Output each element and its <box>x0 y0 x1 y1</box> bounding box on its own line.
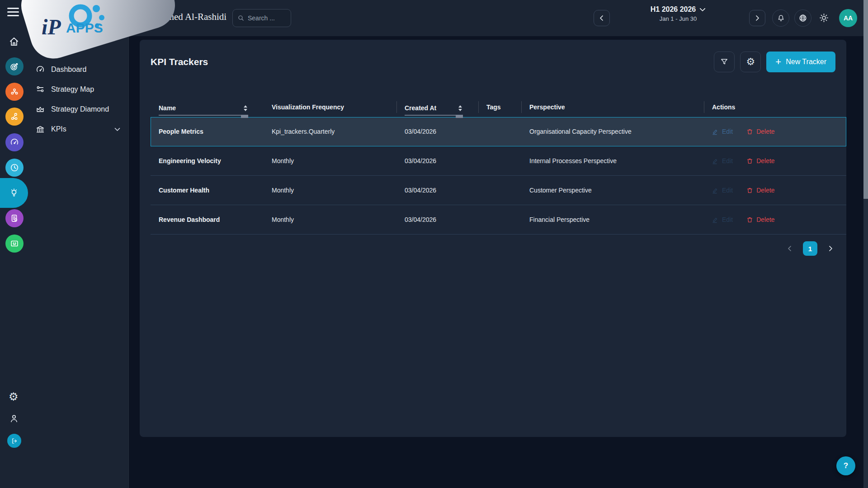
edit-button[interactable]: Edit <box>712 216 733 223</box>
row-perspective: Internal Processes Perspective <box>521 157 704 164</box>
home-icon[interactable] <box>8 36 20 47</box>
table-row[interactable]: People Metrics Kpi_trackers.Quarterly 03… <box>151 117 846 146</box>
period-label: H1 2026 2026 <box>651 5 696 14</box>
period-prev-button[interactable] <box>594 10 610 26</box>
trash-icon <box>746 128 753 135</box>
sidebar-item-label: Strategy Diamond <box>51 105 109 113</box>
edit-button[interactable]: Edit <box>712 187 733 194</box>
rail-team-icon[interactable] <box>5 83 24 101</box>
column-header-tags: Tags <box>478 97 521 117</box>
pagination-next-icon[interactable] <box>827 245 834 252</box>
row-created-at: 03/04/2026 <box>396 187 478 194</box>
profile-icon[interactable] <box>9 413 19 424</box>
rail-kpis-active-icon[interactable] <box>0 178 28 208</box>
row-frequency: Monthly <box>264 187 396 194</box>
bank-icon <box>35 124 45 134</box>
rail-goals-icon[interactable] <box>5 57 24 75</box>
rail-scorecard-icon[interactable] <box>5 235 24 253</box>
search-icon <box>237 14 245 22</box>
column-header-name[interactable]: Name <box>151 97 264 117</box>
rail-time-icon[interactable] <box>5 159 24 177</box>
menu-icon[interactable] <box>7 8 19 19</box>
row-name: Engineering Velocity <box>151 157 264 164</box>
new-tracker-button[interactable]: + New Tracker <box>766 52 835 72</box>
row-name: Customer Health <box>151 187 264 194</box>
plus-icon: + <box>775 57 781 67</box>
settings-icon[interactable]: ⚙ <box>9 391 19 402</box>
table-row[interactable]: Engineering Velocity Monthly 03/04/2026 … <box>151 146 846 176</box>
chevron-down-icon <box>699 8 706 12</box>
edit-button[interactable]: Edit <box>712 128 733 135</box>
pagination-prev-icon[interactable] <box>787 245 793 252</box>
sidebar-item-kpis[interactable]: KPIs <box>28 119 128 139</box>
rail-reports-icon[interactable] <box>5 209 24 227</box>
row-frequency: Kpi_trackers.Quarterly <box>264 128 396 135</box>
scrollbar-thumb[interactable] <box>863 0 868 199</box>
row-perspective: Organisational Capacity Perspective <box>521 128 704 135</box>
table-settings-button[interactable]: ⚙ <box>740 52 761 72</box>
sidebar-nav: Dashboard Strategy Map Strategy Diamond … <box>28 60 128 139</box>
avatar[interactable]: AA <box>839 9 857 27</box>
app-logo[interactable]: iP APPS <box>39 3 115 42</box>
scrollbar-track[interactable] <box>863 0 868 488</box>
sidebar-item-strategy-diamond[interactable]: Strategy Diamond <box>28 99 128 119</box>
sidebar-item-label: Dashboard <box>51 66 86 74</box>
crown-icon <box>35 104 45 114</box>
row-created-at: 03/04/2026 <box>396 128 478 135</box>
funnel-icon <box>720 57 729 66</box>
sort-icon[interactable] <box>458 104 462 111</box>
gear-icon: ⚙ <box>746 57 755 67</box>
trash-icon <box>746 158 753 164</box>
row-name: People Metrics <box>151 128 264 135</box>
delete-button[interactable]: Delete <box>746 216 774 223</box>
delete-button[interactable]: Delete <box>746 128 774 135</box>
table-header: Name Visualization Frequency Created At … <box>151 97 846 117</box>
delete-button[interactable]: Delete <box>746 187 774 194</box>
logo-text-apps: APPS <box>66 20 103 35</box>
trash-icon <box>746 187 753 194</box>
row-name: Revenue Dashboard <box>151 216 264 223</box>
pagination-page-button[interactable]: 1 <box>803 241 817 256</box>
row-created-at: 03/04/2026 <box>396 157 478 164</box>
trash-icon <box>746 216 753 223</box>
period-selector[interactable]: H1 2026 2026 Jan 1 - Jun 30 <box>617 5 739 22</box>
notifications-button[interactable] <box>772 9 789 27</box>
period-range: Jan 1 - Jun 30 <box>617 15 739 22</box>
row-frequency: Monthly <box>264 216 396 223</box>
rail-strategy-icon[interactable] <box>5 108 24 126</box>
column-header-actions: Actions <box>704 97 846 117</box>
column-header-created-at[interactable]: Created At <box>396 97 478 117</box>
edit-button[interactable]: Edit <box>712 157 733 164</box>
sidebar-item-dashboard[interactable]: Dashboard <box>28 60 128 80</box>
pencil-icon <box>712 187 719 194</box>
row-perspective: Customer Perspective <box>521 187 704 194</box>
pagination: 1 <box>787 241 834 256</box>
help-button[interactable]: ? <box>836 456 855 475</box>
theme-toggle-sun-icon[interactable] <box>819 13 829 23</box>
delete-button[interactable]: Delete <box>746 157 774 164</box>
sort-icon[interactable] <box>244 104 247 111</box>
pencil-icon <box>712 158 719 164</box>
kpi-trackers-card: KPI Trackers ⚙ + New Tracker Name <box>140 40 846 437</box>
sidebar-item-strategy-map[interactable]: Strategy Map <box>28 80 128 99</box>
strategy-map-icon <box>35 84 45 94</box>
period-next-button[interactable] <box>749 10 765 26</box>
rail-dashboard-icon[interactable] <box>5 133 24 151</box>
row-frequency: Monthly <box>264 157 396 164</box>
dashboard-icon <box>35 65 45 75</box>
table-row[interactable]: Revenue Dashboard Monthly 03/04/2026 Fin… <box>151 205 846 235</box>
sidebar: iP APPS Dashboard <box>0 0 129 488</box>
chevron-down-icon[interactable] <box>114 127 120 131</box>
column-header-frequency: Visualization Frequency <box>264 97 396 117</box>
filter-button[interactable] <box>714 52 735 72</box>
table-row[interactable]: Customer Health Monthly 03/04/2026 Custo… <box>151 176 846 205</box>
sidebar-item-label: Strategy Map <box>51 85 94 94</box>
language-button[interactable] <box>794 9 811 27</box>
search-input[interactable] <box>248 14 286 22</box>
column-header-perspective: Perspective <box>521 97 704 117</box>
logout-icon[interactable] <box>7 434 21 448</box>
topbar: Ahmed Al-Rashidi H1 2026 2026 Jan 1 - Ju… <box>129 0 863 36</box>
logo-text-ip: iP <box>42 15 61 39</box>
search-box[interactable] <box>232 9 291 27</box>
new-tracker-label: New Tracker <box>786 58 826 66</box>
